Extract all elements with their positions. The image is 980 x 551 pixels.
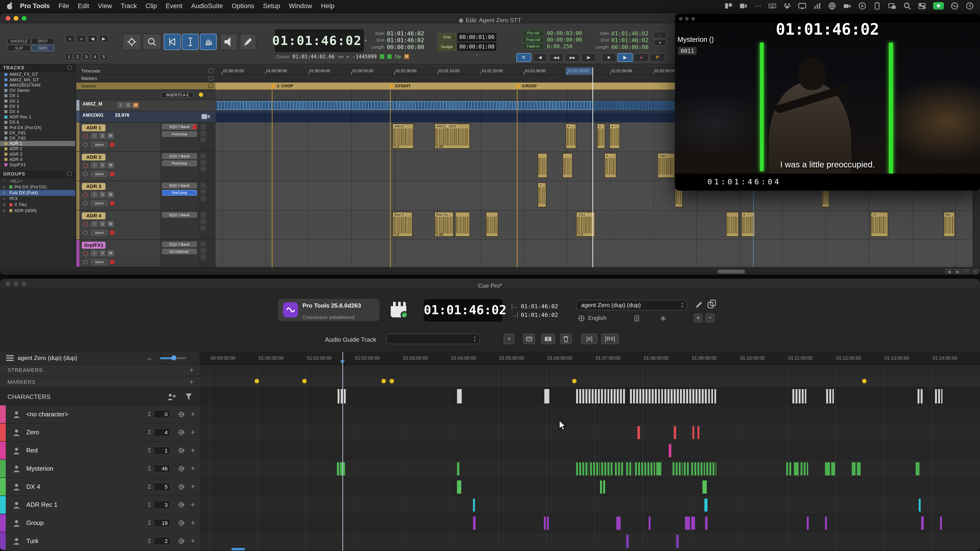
cue-event-tick[interactable]: [673, 462, 682, 475]
audio-clip[interactable]: A: [566, 124, 576, 149]
audio-clip[interactable]: Ba: [943, 212, 955, 237]
group-list-item[interactable]: bFutz DX (Futz): [0, 190, 75, 196]
add-cue-button[interactable]: +: [191, 519, 195, 527]
insert-plugin-chip[interactable]: EQ3 7-Band: [162, 212, 197, 218]
cue-lane-adr-rec-1[interactable]: [200, 496, 980, 514]
audio-clip[interactable]: Sierr: [657, 153, 675, 178]
add-cue-button[interactable]: +: [191, 483, 195, 491]
nudge-fwd-icon[interactable]: ▶: [347, 54, 350, 59]
track-header-amxz-m[interactable]: AMXZ_M I S M: [76, 100, 216, 111]
cue-event-tick[interactable]: [692, 426, 694, 439]
ellipsis-icon[interactable]: ⋯: [754, 2, 761, 10]
add-send-button[interactable]: +: [201, 248, 206, 253]
overview-tick[interactable]: [918, 389, 924, 403]
pre-roll-label[interactable]: Pre-roll: [522, 30, 544, 37]
group-list-item[interactable]: cPFX: [0, 196, 75, 202]
cue-event-tick[interactable]: [337, 462, 339, 475]
main-counter-value[interactable]: 01:01:46:02: [272, 33, 362, 48]
track-header-adr4[interactable]: ADR 4ISMwave: [76, 210, 160, 240]
audio-clip[interactable]: Bad G0 d: [392, 212, 412, 237]
spot-mode-button[interactable]: SPOT: [31, 38, 54, 44]
track-list-item[interactable]: DX 1: [0, 93, 75, 98]
add-send-button[interactable]: +: [201, 212, 206, 217]
track-list-item[interactable]: ADR Rec 1: [0, 114, 75, 119]
horizontal-scrollbar[interactable]: ◀ ▶ − +: [76, 267, 980, 275]
timeline-marker[interactable]: [302, 379, 307, 384]
globe-icon[interactable]: [828, 2, 836, 10]
cue-event-tick[interactable]: [648, 462, 655, 475]
fade-in-label[interactable]: Fade-in: [522, 43, 544, 50]
track-list-item[interactable]: DX 6: [0, 119, 75, 125]
screen-mirroring-icon[interactable]: [888, 2, 896, 10]
grid-value[interactable]: 00:00:01:00 ▾: [457, 33, 496, 41]
menu-item-audiosuite[interactable]: AudioSuite: [191, 2, 223, 10]
zoom-window-button[interactable]: [22, 16, 27, 21]
go-to-end-button[interactable]: ▶: [581, 53, 596, 62]
audio-clip[interactable]: [563, 153, 573, 178]
add-streamer-icon[interactable]: +: [189, 366, 194, 374]
menu-item-edit[interactable]: Edit: [78, 2, 89, 10]
pencil-tool[interactable]: [240, 34, 256, 50]
group-list-item[interactable]: eADR (ADR): [0, 208, 75, 214]
add-marker-icon[interactable]: +: [189, 378, 194, 386]
cue-event-tick[interactable]: [705, 499, 708, 512]
menu-item-setup[interactable]: Setup: [263, 2, 280, 10]
add-cue-button[interactable]: +: [191, 537, 195, 545]
grabber-tool[interactable]: [200, 34, 217, 50]
cue-event-tick[interactable]: [600, 480, 606, 494]
activity-icon[interactable]: [813, 2, 821, 10]
zoom-vertical-down-button[interactable]: ◀: [88, 35, 98, 42]
stop-button[interactable]: ■: [601, 53, 616, 62]
scroll-right-button[interactable]: ▶: [955, 269, 961, 274]
display-icon[interactable]: [798, 2, 806, 10]
cue-event-tick[interactable]: [576, 462, 589, 475]
grid-label[interactable]: Grid: [438, 33, 456, 41]
cue-event-tick[interactable]: [706, 462, 716, 475]
record-button[interactable]: ●: [634, 53, 649, 62]
track-list-item[interactable]: Prd DX (Prd DX): [0, 125, 75, 130]
cue-event-tick[interactable]: [626, 535, 628, 548]
zoomer-tool[interactable]: [143, 34, 161, 50]
zoom-preset-5[interactable]: 5: [100, 53, 107, 60]
clock-icon[interactable]: [966, 2, 974, 10]
add-cue-button[interactable]: +: [191, 446, 195, 455]
timeline-marker[interactable]: [862, 379, 867, 384]
cue-titlebar[interactable]: Cue Pro*: [0, 279, 980, 289]
add-send-button[interactable]: +: [201, 219, 206, 224]
cue-event-tick[interactable]: [702, 480, 707, 494]
input-monitor-button[interactable]: I: [91, 221, 97, 227]
cue-event-tick[interactable]: [674, 426, 676, 439]
zoom-preset-3[interactable]: 3: [83, 53, 90, 60]
toolbar-target-button[interactable]: ▾: [654, 40, 666, 46]
track-name[interactable]: AMXZ_M: [83, 101, 102, 106]
zoom-preset-2[interactable]: 2: [74, 53, 81, 60]
cue-event-tick[interactable]: [473, 499, 475, 512]
automation-icon[interactable]: [83, 201, 88, 205]
cue-event-tick[interactable]: [921, 516, 924, 530]
overview-tick[interactable]: [457, 389, 462, 403]
overview-tick[interactable]: [576, 389, 626, 403]
nudge-label[interactable]: Nudge: [438, 43, 456, 51]
track-view-selector[interactable]: wave: [91, 230, 107, 235]
shuffle-mode-button[interactable]: SHUFFLE: [7, 38, 30, 44]
cue-event-tick[interactable]: [676, 535, 679, 548]
record-enable-button[interactable]: [83, 251, 88, 256]
camera-icon[interactable]: [843, 2, 851, 10]
scrubber-tool[interactable]: [220, 34, 238, 50]
control-center-icon[interactable]: [918, 2, 926, 10]
cue-event-tick[interactable]: [590, 462, 600, 475]
track-list-item[interactable]: AMXZ_MX_GT: [0, 77, 75, 83]
automation-icon[interactable]: [83, 143, 88, 147]
audio-clip[interactable]: A: [597, 124, 605, 149]
ruler-label-timecode[interactable]: Timecode: [76, 67, 216, 75]
gear-icon[interactable]: [178, 537, 185, 545]
character-row[interactable]: MysterionΣ46+: [0, 460, 200, 478]
track-list-item[interactable]: DX_Fill2: [0, 136, 75, 141]
menu-item-file[interactable]: File: [58, 2, 69, 10]
solo-button[interactable]: S: [125, 102, 131, 108]
mute-button[interactable]: M: [132, 102, 139, 108]
menu-item-window[interactable]: Window: [289, 2, 312, 10]
gear-icon[interactable]: [178, 501, 185, 508]
zoom-in-horizontal-button[interactable]: »: [76, 35, 86, 42]
siri-icon[interactable]: [951, 2, 959, 10]
